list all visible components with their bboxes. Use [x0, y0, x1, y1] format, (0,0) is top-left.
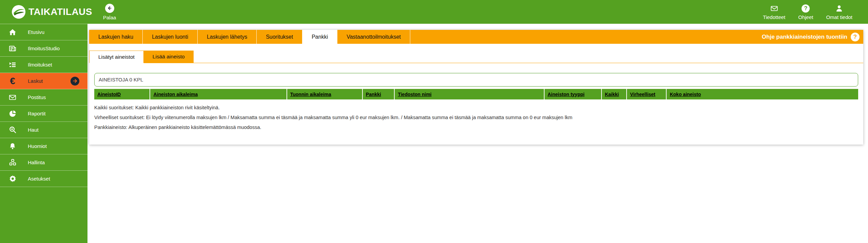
question-icon: ? — [851, 33, 860, 41]
tab-pankki[interactable]: Pankki — [302, 30, 337, 44]
legend-note-pankkiaineisto: Pankkiaineisto: Alkuperäinen pankkiainei… — [94, 124, 858, 131]
sidebar-item-etusivu[interactable]: Etusivu — [0, 24, 87, 40]
tab-laskujen-luonti[interactable]: Laskujen luonti — [143, 30, 198, 44]
sidebar-item-laskut[interactable]: € Laskut — [0, 73, 87, 89]
legend-notes: Kaikki suoritukset: Kaikki pankkiaineist… — [94, 104, 858, 131]
sidebar-item-asetukset[interactable]: Asetukset — [0, 171, 87, 187]
column-header-pankki[interactable]: Pankki — [362, 89, 395, 99]
sidebar-item-label: Laskut — [28, 78, 43, 84]
home-icon — [8, 28, 17, 36]
app-title: TAIKATILAUS — [28, 6, 92, 17]
column-header-aineiston-tyyppi[interactable]: Aineiston tyyppi — [544, 89, 601, 99]
back-arrow-icon — [105, 4, 114, 13]
column-header-koko-aineisto[interactable]: Koko aineisto — [666, 89, 858, 99]
help-link-label: Ohje pankkiaineistojen tuontiin — [762, 34, 847, 40]
tab-suoritukset[interactable]: Suoritukset — [257, 30, 302, 44]
back-label: Palaa — [103, 15, 116, 20]
sidebar-item-ilmoitusstudio[interactable]: IlmoitusStudio — [0, 40, 87, 57]
sidebar-item-label: Etusivu — [28, 29, 44, 35]
table-header-row: AineistoID Aineiston aikaleima Tuonnin a… — [94, 89, 858, 99]
top-bar: TAIKATILAUS Palaa Tiedotteet ? Ohjeet — [0, 0, 868, 24]
sidebar-item-raportit[interactable]: Raportit — [0, 106, 87, 122]
column-header-virheelliset[interactable]: Virheelliset — [627, 89, 666, 99]
cubes-icon — [8, 158, 17, 167]
app-logo: TAIKATILAUS — [0, 5, 87, 19]
pie-chart-icon — [8, 110, 17, 118]
tab-bar: Laskujen haku Laskujen luonti Laskujen l… — [89, 30, 863, 44]
gear-icon — [8, 175, 17, 183]
subtab-bar: Lisätyt aineistot Lisää aineisto — [89, 51, 863, 63]
envelope-icon — [770, 4, 778, 13]
column-header-kaikki[interactable]: Kaikki — [601, 89, 627, 99]
panel-content: AINEISTOJA 0 KPL AineistoID Aineiston ai… — [89, 63, 863, 145]
sidebar-item-hallinta[interactable]: Hallinta — [0, 154, 87, 171]
topbar-item-label: Omat tiedot — [826, 14, 852, 20]
list-icon — [8, 61, 17, 69]
back-button[interactable]: Palaa — [103, 4, 116, 20]
sidebar-item-label: Ilmoitukset — [28, 62, 52, 68]
main-area: Laskujen haku Laskujen luonti Laskujen l… — [87, 24, 868, 243]
topbar-item-omat-tiedot[interactable]: Omat tiedot — [826, 4, 852, 20]
envelope-icon — [8, 93, 17, 101]
sidebar-item-haut[interactable]: Haut — [0, 122, 87, 138]
subtab-lisatyt-aineistot[interactable]: Lisätyt aineistot — [89, 51, 144, 63]
sidebar-item-label: Raportit — [28, 111, 46, 116]
tab-vastaanottoilmoitukset[interactable]: Vastaanottoilmoitukset — [337, 30, 410, 44]
legend-note-kaikki: Kaikki suoritukset: Kaikki pankkiaineist… — [94, 104, 858, 111]
person-icon — [835, 4, 843, 13]
help-link-pankkiaineistot[interactable]: Ohje pankkiaineistojen tuontiin ? — [762, 30, 863, 44]
question-icon: ? — [802, 4, 810, 13]
topbar-actions: Tiedotteet ? Ohjeet Omat tiedot — [763, 4, 868, 20]
tab-laskujen-lahetys[interactable]: Laskujen lähetys — [198, 30, 257, 44]
sidebar-item-label: Postitus — [28, 94, 46, 100]
column-header-aineiston-aikaleima[interactable]: Aineiston aikaleima — [150, 89, 287, 99]
sidebar-item-postitus[interactable]: Postitus — [0, 89, 87, 106]
bell-icon — [8, 142, 17, 150]
sidebar-item-label: Haut — [28, 127, 39, 133]
content-card: Laskujen haku Laskujen luonti Laskujen l… — [89, 30, 863, 145]
aineistoja-count-box: AINEISTOJA 0 KPL — [94, 73, 858, 87]
arrow-right-icon[interactable] — [71, 77, 79, 86]
tab-laskujen-haku[interactable]: Laskujen haku — [89, 30, 143, 44]
column-header-aineistoid[interactable]: AineistoID — [94, 89, 150, 99]
subtab-lisaa-aineisto[interactable]: Lisää aineisto — [144, 51, 194, 63]
sidebar-item-label: Asetukset — [28, 176, 50, 182]
sidebar-item-label: IlmoitusStudio — [28, 45, 60, 51]
aineistoja-count-label: AINEISTOJA 0 KPL — [99, 77, 143, 82]
euro-icon: € — [8, 77, 17, 85]
legend-note-virheelliset: Virheelliset suoritukset: Ei löydy viite… — [94, 114, 858, 121]
aineistot-table: AineistoID Aineiston aikaleima Tuonnin a… — [94, 89, 858, 99]
topbar-item-tiedotteet[interactable]: Tiedotteet — [763, 4, 785, 20]
sidebar: Etusivu IlmoitusStudio — [0, 24, 87, 243]
sidebar-item-huomiot[interactable]: Huomiot — [0, 138, 87, 154]
search-plus-icon — [8, 126, 17, 134]
sidebar-item-label: Hallinta — [28, 160, 45, 165]
topbar-item-label: Tiedotteet — [763, 14, 785, 20]
topbar-item-label: Ohjeet — [798, 14, 813, 20]
column-header-tiedoston-nimi[interactable]: Tiedoston nimi — [394, 89, 544, 99]
logo-icon — [12, 5, 26, 19]
topbar-item-ohjeet[interactable]: ? Ohjeet — [798, 4, 813, 20]
newspaper-icon — [8, 44, 17, 53]
sidebar-item-ilmoitukset[interactable]: Ilmoitukset — [0, 57, 87, 73]
sidebar-item-label: Huomiot — [28, 143, 47, 149]
column-header-tuonnin-aikaleima[interactable]: Tuonnin aikaleima — [287, 89, 362, 99]
